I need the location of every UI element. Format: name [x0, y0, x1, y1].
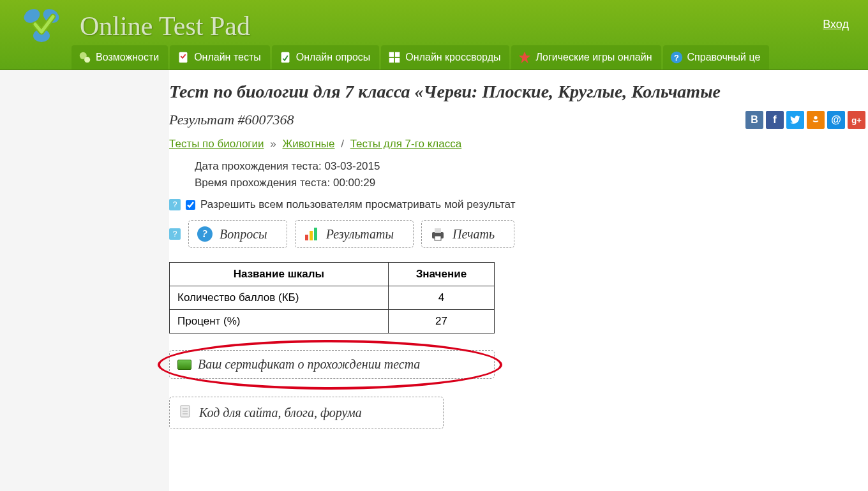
- nav-label: Онлайн опросы: [296, 52, 371, 63]
- breadcrumb-grade7[interactable]: Тесты для 7-го класса: [350, 138, 461, 150]
- results-table: Название шкалы Значение Количество балло…: [169, 262, 495, 333]
- embed-code-button[interactable]: Код для сайта, блога, форума: [169, 397, 444, 429]
- facebook-icon[interactable]: f: [766, 111, 784, 129]
- date-label: Дата прохождения теста:: [195, 160, 322, 172]
- ok-icon[interactable]: [807, 111, 825, 129]
- question-bubble-icon: ?: [197, 226, 213, 242]
- nav-crosswords[interactable]: Онлайн кроссворды: [381, 45, 509, 70]
- help-hint-icon[interactable]: ?: [169, 199, 181, 210]
- svg-rect-7: [389, 52, 394, 57]
- svg-marker-11: [519, 52, 530, 63]
- site-title: Online Test Pad: [80, 11, 250, 41]
- svg-rect-22: [435, 236, 441, 240]
- svg-rect-10: [395, 58, 400, 62]
- gplus-icon[interactable]: g+: [848, 111, 865, 129]
- star-icon: [518, 50, 532, 64]
- certificate-icon: [177, 360, 191, 370]
- bar-chart-icon: [303, 226, 320, 242]
- mailru-icon[interactable]: @: [827, 111, 845, 129]
- breadcrumb-biology[interactable]: Тесты по биологии: [169, 138, 264, 150]
- social-share-bar: B f @ g+: [745, 111, 868, 129]
- certificate-button[interactable]: Ваш сертификат о прохождении теста: [169, 350, 495, 379]
- table-row: Количество баллов (КБ) 4: [170, 286, 495, 310]
- breadcrumb-sep: /: [341, 138, 344, 150]
- results-button[interactable]: Результаты: [295, 220, 414, 248]
- help-hint-icon[interactable]: ?: [169, 228, 181, 240]
- certificate-label: Ваш сертификат о прохождении теста: [198, 357, 420, 372]
- share-result-label: Разрешить всем пользователям просматрива…: [200, 198, 515, 211]
- page-title: Тест по биологии для 7 класса «Черви: Пл…: [169, 82, 868, 102]
- svg-point-0: [22, 6, 43, 26]
- print-label: Печать: [453, 227, 495, 242]
- nav-label: Онлайн кроссворды: [405, 52, 500, 63]
- scale-name: Количество баллов (КБ): [170, 286, 389, 310]
- nav-polls[interactable]: Онлайн опросы: [272, 45, 380, 70]
- svg-rect-17: [305, 235, 308, 240]
- col-value-header: Значение: [388, 263, 494, 286]
- svg-rect-19: [314, 228, 317, 240]
- gears-icon: [78, 50, 92, 64]
- nav-label: Справочный це: [687, 52, 761, 63]
- nav-help[interactable]: ? Справочный це: [663, 45, 770, 70]
- time-value: 00:00:29: [333, 177, 375, 189]
- svg-rect-21: [435, 228, 441, 233]
- nav-logic-games[interactable]: Логические игры онлайн: [511, 45, 661, 70]
- results-label: Результаты: [326, 227, 394, 242]
- breadcrumb-animals[interactable]: Животные: [283, 138, 335, 150]
- twitter-icon[interactable]: [786, 111, 804, 129]
- embed-code-label: Код для сайта, блога, форума: [199, 406, 362, 420]
- site-header: Online Test Pad Вход Возможности Онлайн …: [0, 0, 868, 70]
- date-value: 03-03-2015: [324, 160, 380, 172]
- main-content: Тест по биологии для 7 класса «Черви: Пл…: [169, 70, 868, 491]
- scale-value: 4: [388, 286, 494, 310]
- questions-label: Вопросы: [220, 227, 267, 242]
- share-result-checkbox[interactable]: [186, 200, 195, 210]
- scale-name: Процент (%): [170, 310, 389, 333]
- table-row: Процент (%) 27: [170, 310, 495, 333]
- main-nav: Возможности Онлайн тесты Онлайн опросы О…: [71, 45, 868, 70]
- time-label: Время прохождения теста:: [195, 177, 330, 189]
- help-icon: ?: [670, 50, 684, 64]
- svg-rect-9: [389, 58, 394, 62]
- scale-value: 27: [388, 310, 494, 333]
- login-link[interactable]: Вход: [823, 18, 849, 31]
- nav-tests[interactable]: Онлайн тесты: [170, 45, 270, 70]
- printer-icon: [430, 226, 446, 242]
- svg-text:?: ?: [674, 53, 679, 62]
- test-meta: Дата прохождения теста: 03-03-2015 Время…: [195, 158, 868, 191]
- nav-label: Логические игры онлайн: [535, 52, 652, 63]
- test-icon: [176, 50, 190, 64]
- document-icon: [177, 404, 193, 422]
- svg-rect-8: [395, 52, 400, 57]
- site-logo-icon: [16, 5, 67, 47]
- svg-text:?: ?: [202, 228, 207, 239]
- vk-icon[interactable]: B: [745, 111, 763, 129]
- nav-possibilities[interactable]: Возможности: [71, 45, 168, 70]
- nav-label: Возможности: [96, 52, 159, 63]
- svg-point-4: [84, 57, 90, 62]
- breadcrumb-sep: »: [270, 138, 276, 150]
- col-scale-header: Название шкалы: [170, 263, 389, 286]
- nav-label: Онлайн тесты: [194, 52, 261, 63]
- left-gutter: [0, 70, 169, 491]
- breadcrumb: Тесты по биологии » Животные / Тесты для…: [169, 138, 868, 150]
- poll-icon: [278, 50, 292, 64]
- svg-point-14: [814, 116, 817, 119]
- svg-rect-6: [281, 52, 289, 63]
- questions-button[interactable]: ? Вопросы: [188, 220, 287, 248]
- print-button[interactable]: Печать: [421, 220, 514, 248]
- svg-rect-18: [310, 231, 313, 240]
- grid-icon: [387, 50, 401, 64]
- result-id: Результат #6007368: [169, 112, 294, 128]
